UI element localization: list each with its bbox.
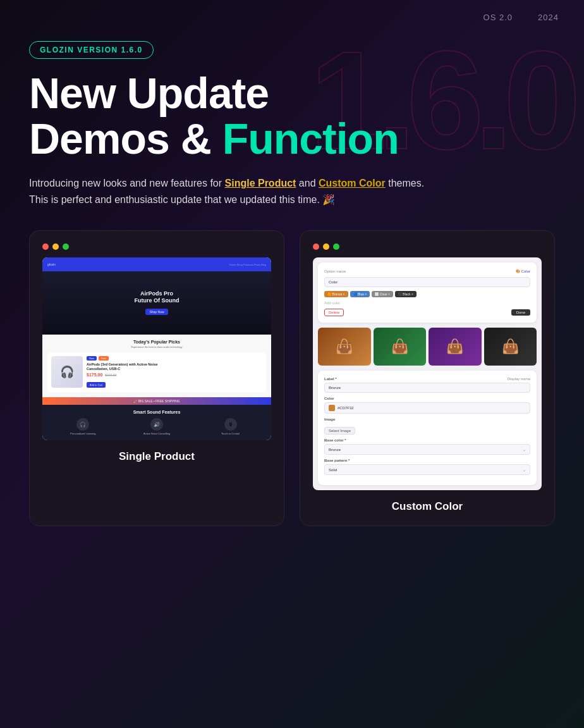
- cc-tag-black[interactable]: ⬛ Black ×: [395, 291, 417, 297]
- dot-yellow-1: [52, 244, 59, 250]
- sp-promo-banner: 🎉 BIG SALE • FREE SHIPPING: [42, 397, 271, 405]
- cc-tag-clear[interactable]: ⬜ Clear ×: [372, 291, 393, 297]
- sp-feature-2: 🔊 Active Noise Cancelling: [121, 418, 193, 435]
- cc-base-color-select[interactable]: Bronze ⌄: [324, 444, 530, 455]
- cc-delete-btn[interactable]: Delete: [324, 309, 344, 316]
- cc-base-pattern-select[interactable]: Solid ⌄: [324, 464, 530, 475]
- cc-label-field-input[interactable]: Bronze: [324, 383, 530, 393]
- cc-base-color-arrow: ⌄: [523, 447, 526, 452]
- sp-price-old: $210.00: [105, 373, 116, 377]
- cc-tags-row: 🟠 Bronze × 🔵 Blue × ⬜ Clear × ⬛ Black ×: [324, 291, 530, 297]
- main-title-line2: Demos & Function: [29, 117, 555, 160]
- cc-color-swatch: [329, 405, 335, 411]
- cc-label-field: Label * Display name Bronze: [324, 377, 530, 393]
- cc-base-pattern-label: Base pattern *: [324, 459, 530, 462]
- window-dots-1: [42, 244, 69, 250]
- cc-color-badge: 🎨 Color: [516, 269, 530, 273]
- cc-select-image-btn[interactable]: Select Image: [324, 427, 355, 435]
- cc-base-color-value: Bronze: [329, 448, 341, 452]
- dot-red-2: [313, 244, 319, 250]
- cc-tag-bronze[interactable]: 🟠 Bronze ×: [324, 291, 348, 297]
- demos-section: glozin Home Shop Products Plans Blog Air…: [0, 207, 584, 555]
- sp-section-title: Today's Popular Picks: [47, 340, 266, 344]
- main-title-line1: New Update: [29, 71, 555, 114]
- cc-color-field-row: Color #CD7F32: [324, 397, 530, 414]
- cc-detail-panel: Label * Display name Bronze Color #CD7F3…: [318, 371, 537, 485]
- sp-product-image: 🎧: [51, 356, 83, 388]
- single-product-card: glozin Home Shop Products Plans Blog Air…: [29, 230, 284, 526]
- top-bar: OS 2.0 2024: [0, 0, 584, 28]
- cc-label-field-header: Label * Display name: [324, 377, 530, 381]
- version-badge: GLOZIN VERSION 1.6.0: [29, 41, 154, 59]
- cc-base-pattern-field: Base pattern * Solid ⌄: [324, 459, 530, 475]
- cc-btn-row: Delete Done: [324, 309, 530, 316]
- cc-bag-black[interactable]: 👜: [484, 328, 537, 366]
- cc-bag-green[interactable]: 👜: [374, 328, 427, 366]
- airpods-icon: 🎧: [60, 365, 74, 379]
- os-version-label: OS 2.0: [484, 13, 513, 22]
- cc-option-label: Option name: [324, 269, 346, 273]
- sp-product-info: New Sale AirPods (3rd Generation) with A…: [87, 356, 262, 388]
- sp-badge-new: New: [87, 356, 97, 361]
- cc-base-color-label: Base color *: [324, 438, 530, 442]
- custom-color-label: Custom Color: [392, 500, 463, 513]
- sp-badge-sale: Sale: [99, 356, 109, 361]
- dot-green-2: [333, 244, 339, 250]
- cc-tag-blue[interactable]: 🔵 Blue ×: [350, 291, 370, 297]
- sp-promo-text: 🎉 BIG SALE • FREE SHIPPING: [133, 399, 179, 403]
- custom-color-card: Option name 🎨 Color Color 🟠 Bronze × 🔵 B…: [300, 230, 555, 526]
- cc-image-field: Image Select Image: [324, 417, 530, 435]
- sp-features-row: 🎧 Personalized Listening 🔊 Active Noise …: [47, 418, 266, 435]
- cc-color-field-label: Color: [324, 397, 334, 400]
- desc-line2: This is perfect and enthusiastic update …: [29, 194, 335, 205]
- sp-feature-3: 🎙 Touch to Control: [195, 418, 266, 435]
- sp-feature-2-icon: 🔊: [150, 418, 163, 431]
- cc-label-field-label: Label *: [324, 377, 337, 381]
- sp-feature-1-text: Personalized Listening: [47, 432, 119, 435]
- sp-badge-row: New Sale: [87, 356, 262, 361]
- header-area: GLOZIN VERSION 1.6.0 New Update Demos & …: [0, 28, 584, 207]
- sp-section-sub: Experience the best in class audio techn…: [47, 345, 266, 349]
- sp-price: $175.00: [87, 373, 102, 377]
- sp-feature-1: 🎧 Personalized Listening: [47, 418, 119, 435]
- cc-bags-row: 👜 👜 👜 👜: [318, 328, 537, 366]
- desc-end: themes.: [386, 178, 424, 188]
- sp-add-to-cart-btn[interactable]: Add to Cart: [87, 382, 106, 388]
- sp-feature-1-icon: 🎧: [76, 418, 89, 431]
- sp-product-detail: 🎧 New Sale AirPods (3rd Generation) with…: [47, 352, 266, 392]
- description-text: Introducing new looks and new features f…: [29, 175, 471, 207]
- sp-feature-3-icon: 🎙: [224, 418, 237, 431]
- sp-nav: glozin Home Shop Products Plans Blog: [42, 257, 271, 271]
- sp-hero-title: AirPods ProFuture Of Sound: [135, 290, 179, 304]
- sp-hero: AirPods ProFuture Of Sound Shop Now: [42, 271, 271, 335]
- dot-red-1: [42, 244, 49, 250]
- sp-brand: glozin: [47, 262, 56, 266]
- window-dots-2: [313, 244, 339, 250]
- title-highlight: Function: [222, 114, 399, 163]
- cc-panel-header: Option name 🎨 Color: [324, 269, 530, 273]
- single-product-screenshot: glozin Home Shop Products Plans Blog Air…: [42, 257, 271, 440]
- sp-product-section: Today's Popular Picks Experience the bes…: [42, 335, 271, 397]
- cc-option-input[interactable]: Color: [324, 277, 530, 287]
- sp-hero-btn: Shop Now: [145, 309, 167, 315]
- desc-start: Introducing new looks and new features f…: [29, 178, 225, 188]
- cc-display-name-label: Display name: [508, 377, 530, 381]
- cc-bag-purple[interactable]: 👜: [429, 328, 482, 366]
- custom-color-link[interactable]: Custom Color: [319, 178, 386, 188]
- single-product-link[interactable]: Single Product: [225, 178, 296, 188]
- title-prefix: Demos &: [29, 114, 222, 163]
- cc-done-btn[interactable]: Done: [511, 309, 530, 316]
- dot-yellow-2: [323, 244, 329, 250]
- desc-mid: and: [296, 178, 319, 188]
- top-bar-info: OS 2.0 2024: [484, 13, 559, 22]
- cc-base-pattern-arrow: ⌄: [523, 467, 526, 472]
- cc-option-panel: Option name 🎨 Color Color 🟠 Bronze × 🔵 B…: [318, 262, 537, 323]
- sp-feature-3-text: Touch to Control: [195, 432, 266, 435]
- dot-green-1: [63, 244, 69, 250]
- cc-base-pattern-value: Solid: [329, 468, 337, 472]
- cc-bag-bronze[interactable]: 👜: [318, 328, 371, 366]
- sp-hero-text: AirPods ProFuture Of Sound Shop Now: [135, 290, 179, 316]
- sp-bottom-section: Smart Sound Features 🎧 Personalized List…: [42, 405, 271, 440]
- cc-color-field-input[interactable]: #CD7F32: [324, 402, 530, 414]
- cc-bag-black-icon: 👜: [502, 338, 519, 355]
